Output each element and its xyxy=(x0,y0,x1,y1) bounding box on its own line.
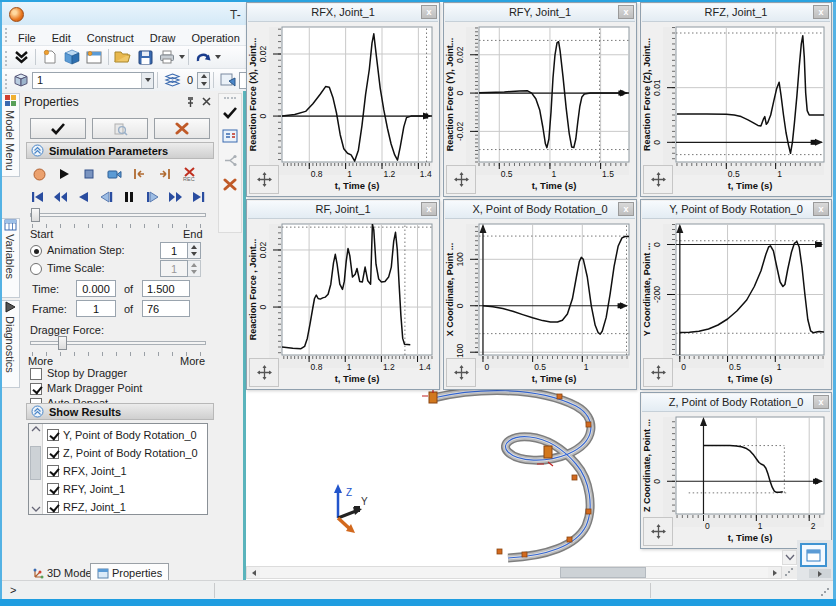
pan-button[interactable] xyxy=(249,358,279,387)
save-icon[interactable] xyxy=(135,48,155,67)
scroll-down-icon[interactable] xyxy=(29,505,43,513)
chart-window-rfz[interactable]: RFZ, Joint_1x 0.510.010t, Time (s)Reacti… xyxy=(640,2,832,197)
timeline-slider-track[interactable] xyxy=(30,213,206,217)
scroll-up-icon[interactable] xyxy=(29,425,43,433)
skip-to-start-button[interactable] xyxy=(28,188,46,206)
time-total-input[interactable] xyxy=(142,280,190,297)
result-checkbox[interactable] xyxy=(47,429,59,441)
frame-total-input[interactable] xyxy=(142,300,190,317)
print-icon[interactable] xyxy=(157,48,177,67)
pan-button[interactable] xyxy=(643,165,673,194)
sidebar-tab-variables[interactable]: Variables xyxy=(1,218,20,298)
properties-panel-header[interactable]: Properties xyxy=(24,95,214,114)
chart-title-bar[interactable]: RFZ, Joint_1x xyxy=(642,4,830,22)
horizontal-scroll-thumb[interactable] xyxy=(560,567,646,578)
animation-step-input[interactable] xyxy=(160,242,188,259)
undo-icon[interactable] xyxy=(193,48,213,67)
result-item[interactable]: RFY, Joint_1 xyxy=(47,480,125,498)
section-simulation-parameters[interactable]: Simulation Parameters xyxy=(26,142,214,159)
command-prompt[interactable]: > xyxy=(10,584,16,596)
step-back-button[interactable] xyxy=(74,188,92,206)
sidebar-tab-diagnostics[interactable]: Diagnostics xyxy=(1,300,20,388)
time-scale-input[interactable] xyxy=(160,260,188,277)
toolbar-grip[interactable] xyxy=(5,51,8,66)
new-3d-model-icon[interactable] xyxy=(62,48,82,67)
pan-button[interactable] xyxy=(249,165,279,194)
result-checkbox[interactable] xyxy=(47,501,59,513)
dragger-marker[interactable] xyxy=(422,388,437,403)
timeline-slider-thumb[interactable] xyxy=(31,208,40,222)
close-icon[interactable]: x xyxy=(618,5,634,19)
chevron-down-icon[interactable] xyxy=(141,73,153,88)
parameters-button[interactable] xyxy=(219,123,241,147)
pause-button[interactable] xyxy=(120,188,138,206)
pan-button[interactable] xyxy=(446,358,476,387)
dragger-force-slider-thumb[interactable] xyxy=(58,336,67,350)
fast-forward-button[interactable] xyxy=(166,188,184,206)
result-item[interactable]: Z, Point of Body Rotation_0 xyxy=(47,444,198,462)
confirm-button[interactable] xyxy=(219,102,241,123)
scroll-left-icon[interactable] xyxy=(247,567,260,578)
sidebar-tab-model-menu[interactable]: Model Menu xyxy=(1,93,20,177)
stop-button[interactable] xyxy=(80,165,98,183)
resize-grip[interactable] xyxy=(820,587,829,596)
time-value-input[interactable] xyxy=(76,280,116,297)
chart-title-bar[interactable]: Y, Point of Body Rotation_0x xyxy=(642,201,830,219)
result-item[interactable]: RFZ, Joint_1 xyxy=(47,498,126,516)
open-file-icon[interactable] xyxy=(113,48,133,67)
chart-window-y-point[interactable]: Y, Point of Body Rotation_0x 00.510-200t… xyxy=(640,199,832,390)
chart-title-bar[interactable]: X, Point of Body Rotation_0x xyxy=(445,201,635,219)
undo-dropdown-icon[interactable] xyxy=(215,55,221,59)
result-item[interactable]: Y, Point of Body Rotation_0 xyxy=(47,426,197,444)
slow-forward-button[interactable] xyxy=(143,188,161,206)
scroll-down-icon[interactable] xyxy=(782,550,797,565)
pin-icon[interactable] xyxy=(185,96,196,111)
close-icon[interactable]: x xyxy=(813,395,829,409)
restore-window-button[interactable] xyxy=(800,543,827,567)
camera-button[interactable] xyxy=(105,165,123,183)
print-dropdown-icon[interactable] xyxy=(179,55,185,59)
time-scale-spinner[interactable] xyxy=(188,260,201,277)
jump-to-start-button[interactable] xyxy=(130,165,148,183)
frame-value-input[interactable] xyxy=(76,300,116,317)
cancel-button[interactable] xyxy=(154,118,210,139)
result-checkbox[interactable] xyxy=(47,465,59,477)
3d-viewport[interactable]: Z Y xyxy=(246,380,646,566)
new-document-icon[interactable] xyxy=(40,48,60,67)
chart-title-bar[interactable]: Z, Point of Body Rotation_0x xyxy=(642,394,830,412)
record-button[interactable] xyxy=(30,165,48,183)
chart-window-x-point[interactable]: X, Point of Body Rotation_0x 00.511000-1… xyxy=(443,199,637,390)
slow-back-button[interactable] xyxy=(97,188,115,206)
new-window-icon[interactable] xyxy=(84,48,104,67)
skip-to-end-button[interactable] xyxy=(189,188,207,206)
chart-window-rfx[interactable]: RFX, Joint_1x 0.811.21.400.02t, Time (s)… xyxy=(246,2,440,197)
dragger-force-slider-track[interactable] xyxy=(30,341,206,345)
chart-title-bar[interactable]: RF, Joint_1x xyxy=(248,201,438,219)
scroll-right-icon[interactable] xyxy=(768,567,781,578)
results-scroll-thumb[interactable] xyxy=(30,446,41,480)
section-show-results[interactable]: Show Results xyxy=(26,403,214,420)
stop-by-dragger-checkbox[interactable] xyxy=(30,368,42,380)
chart-title-bar[interactable]: RFY, Joint_1x xyxy=(445,4,635,22)
dock-pager[interactable] xyxy=(809,569,831,578)
chart-window-z-point[interactable]: Z, Point of Body Rotation_0x 0120t, Time… xyxy=(640,392,832,549)
cancel-x-button[interactable] xyxy=(219,171,241,195)
pan-button[interactable] xyxy=(643,517,673,546)
jump-to-end-button[interactable] xyxy=(155,165,173,183)
ok-button[interactable] xyxy=(30,118,86,139)
chart-title-bar[interactable]: RFX, Joint_1x xyxy=(248,4,438,22)
layers-icon[interactable] xyxy=(162,71,182,90)
filter-icon[interactable] xyxy=(218,71,238,90)
toolbar-grip[interactable] xyxy=(5,74,8,89)
scroll-corner-grip[interactable] xyxy=(782,566,797,579)
time-scale-radio[interactable] xyxy=(30,263,42,275)
close-icon[interactable]: x xyxy=(813,202,829,216)
result-checkbox[interactable] xyxy=(47,447,59,459)
collapse-chevrons-icon[interactable] xyxy=(11,48,31,67)
close-icon[interactable] xyxy=(201,96,212,110)
workspace-horizontal-scrollbar[interactable] xyxy=(246,566,782,579)
close-icon[interactable]: x xyxy=(618,202,634,216)
branch-button[interactable] xyxy=(219,147,241,171)
close-icon[interactable]: x xyxy=(421,202,437,216)
pan-button[interactable] xyxy=(643,358,673,387)
